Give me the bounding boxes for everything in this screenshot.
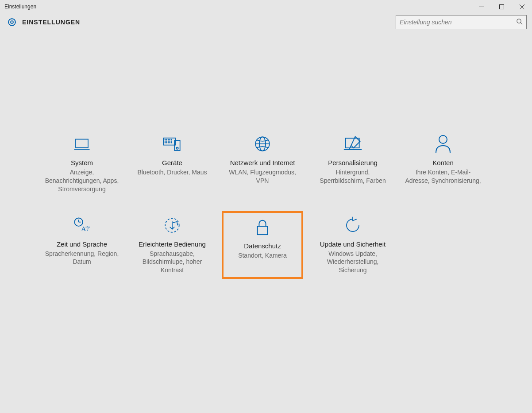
personalization-icon — [343, 133, 362, 154]
search-input[interactable] — [400, 19, 516, 26]
page-title: EINSTELLUNGEN — [22, 19, 80, 26]
svg-point-4 — [11, 21, 13, 23]
tile-desc: Bluetooth, Drucker, Maus — [137, 168, 207, 177]
svg-rect-1 — [499, 4, 504, 9]
svg-point-17 — [171, 139, 172, 140]
person-icon — [434, 133, 452, 154]
window-titlebar: Einstellungen — [0, 0, 532, 13]
svg-point-34 — [439, 135, 447, 143]
tile-personalization[interactable]: Personalisierung Hintergrund, Sperrbilds… — [312, 130, 393, 198]
tile-desc: Sprachausgabe, Bildschirmlupe, hoher Kon… — [133, 250, 211, 275]
tile-label: Erleichterte Bedienung — [139, 240, 206, 248]
svg-point-5 — [8, 19, 15, 26]
svg-point-24 — [166, 143, 167, 143]
update-icon — [343, 215, 362, 236]
close-button[interactable] — [512, 0, 532, 13]
svg-rect-8 — [76, 139, 88, 147]
tile-label: Zeit und Sprache — [57, 240, 107, 248]
tile-label: Geräte — [162, 159, 182, 166]
ease-of-access-icon — [163, 215, 181, 236]
tile-label: Datenschutz — [244, 242, 281, 250]
svg-point-25 — [168, 143, 169, 143]
tile-desc: Windows Update, Wiederherstellung, Siche… — [314, 250, 392, 275]
tile-desc: Ihre Konten, E-Mail-Adresse, Synchronisi… — [404, 168, 482, 185]
gear-icon — [7, 17, 17, 27]
header: EINSTELLUNGEN — [0, 13, 532, 31]
tile-label: Personalisierung — [328, 159, 378, 166]
tile-desc: Standort, Kamera — [238, 251, 287, 260]
svg-point-26 — [170, 143, 170, 143]
settings-grid: System Anzeige, Benachrichtigungen, Apps… — [41, 130, 491, 279]
tile-label: Netzwerk und Internet — [230, 159, 295, 166]
tile-desc: Hintergrund, Sperrbildschirm, Farben — [314, 168, 392, 185]
minimize-button[interactable] — [471, 0, 491, 13]
tile-update-security[interactable]: Update und Sicherheit Windows Update, Wi… — [312, 211, 393, 279]
tile-desc: WLAN, Flugzeugmodus, VPN — [224, 168, 301, 185]
tile-time-language[interactable]: A 字 Zeit und Sprache Spracherkennung, Re… — [41, 211, 123, 279]
time-language-icon: A 字 — [72, 215, 92, 236]
svg-point-18 — [165, 141, 166, 141]
settings-content: System Anzeige, Benachrichtigungen, Apps… — [0, 31, 532, 413]
maximize-button[interactable] — [491, 0, 512, 13]
svg-point-12 — [176, 147, 178, 149]
svg-point-14 — [166, 139, 167, 140]
svg-point-6 — [517, 19, 521, 23]
tile-privacy[interactable]: Datenschutz Standort, Kamera — [222, 211, 303, 279]
globe-icon — [253, 133, 272, 154]
window-title: Einstellungen — [4, 4, 36, 10]
svg-point-23 — [165, 143, 166, 143]
svg-point-13 — [165, 139, 166, 140]
window-controls — [471, 0, 532, 13]
devices-icon — [162, 133, 182, 154]
search-box[interactable] — [396, 15, 527, 29]
lock-icon — [254, 216, 271, 238]
svg-point-27 — [171, 143, 172, 143]
svg-text:字: 字 — [85, 226, 90, 231]
svg-point-16 — [170, 139, 170, 140]
tile-desc: Anzeige, Benachrichtigungen, Apps, Strom… — [43, 168, 121, 193]
system-icon — [73, 133, 91, 154]
tile-label: Update und Sicherheit — [320, 240, 386, 248]
svg-point-20 — [168, 141, 169, 141]
tile-ease-of-access[interactable]: Erleichterte Bedienung Sprachausgabe, Bi… — [131, 211, 213, 279]
svg-point-21 — [170, 141, 170, 141]
svg-rect-42 — [258, 226, 268, 235]
tile-system[interactable]: System Anzeige, Benachrichtigungen, Apps… — [41, 130, 123, 198]
tile-desc: Spracherkennung, Region, Datum — [43, 250, 121, 266]
svg-point-15 — [168, 139, 169, 140]
svg-point-22 — [171, 141, 172, 141]
tile-label: Konten — [432, 159, 454, 166]
tile-label: System — [71, 159, 93, 166]
search-icon — [516, 18, 523, 27]
svg-point-19 — [166, 141, 167, 141]
tile-network[interactable]: Netzwerk und Internet WLAN, Flugzeugmodu… — [222, 130, 303, 198]
tile-devices[interactable]: Geräte Bluetooth, Drucker, Maus — [131, 130, 213, 198]
tile-accounts[interactable]: Konten Ihre Konten, E-Mail-Adresse, Sync… — [402, 130, 484, 198]
svg-line-7 — [520, 23, 522, 24]
